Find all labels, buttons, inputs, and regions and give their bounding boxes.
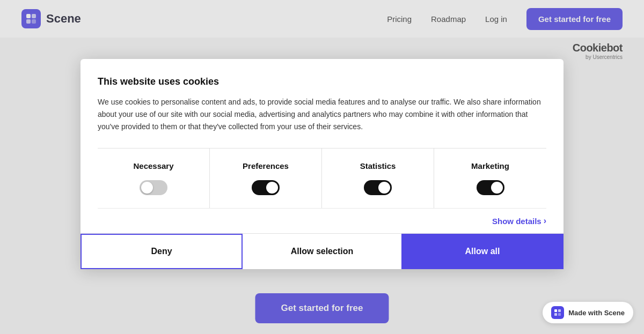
allow-selection-button[interactable]: Allow selection xyxy=(241,234,402,269)
made-with-icon xyxy=(551,306,564,319)
statistics-toggle[interactable] xyxy=(364,180,392,195)
preferences-label: Preferences xyxy=(243,161,289,170)
necessary-toggle[interactable] xyxy=(140,180,167,195)
toggle-section: Necessary Preferences Statistics Marketi… xyxy=(98,148,546,208)
svg-rect-7 xyxy=(558,313,561,316)
cookie-dialog: This website uses cookies We use cookies… xyxy=(80,59,564,269)
deny-button[interactable]: Deny xyxy=(80,234,241,269)
necessary-toggle-knob xyxy=(141,182,153,194)
svg-rect-5 xyxy=(558,309,561,312)
marketing-col: Marketing xyxy=(434,149,546,208)
show-details-link[interactable]: Show details › xyxy=(492,216,546,226)
show-details-label: Show details xyxy=(492,217,541,226)
statistics-col: Statistics xyxy=(322,149,434,208)
allow-all-button[interactable]: Allow all xyxy=(402,234,564,269)
made-with-label: Made with Scene xyxy=(568,309,625,317)
cookie-title: This website uses cookies xyxy=(98,76,546,87)
show-details-row: Show details › xyxy=(98,208,546,233)
marketing-label: Marketing xyxy=(471,161,509,170)
statistics-toggle-knob xyxy=(378,182,390,194)
svg-rect-4 xyxy=(554,309,557,312)
cookie-description: We use cookies to personalise content an… xyxy=(98,96,546,133)
made-with-scene-badge[interactable]: Made with Scene xyxy=(543,302,633,323)
statistics-label: Statistics xyxy=(360,161,396,170)
necessary-label: Necessary xyxy=(133,161,173,170)
action-buttons: Deny Allow selection Allow all xyxy=(80,233,564,269)
marketing-toggle[interactable] xyxy=(477,180,504,195)
chevron-right-icon: › xyxy=(544,216,546,226)
necessary-col: Necessary xyxy=(98,149,210,208)
marketing-toggle-knob xyxy=(491,182,503,194)
preferences-toggle-knob xyxy=(266,182,278,194)
preferences-col: Preferences xyxy=(210,149,322,208)
preferences-toggle[interactable] xyxy=(252,180,280,195)
svg-rect-6 xyxy=(554,313,557,316)
